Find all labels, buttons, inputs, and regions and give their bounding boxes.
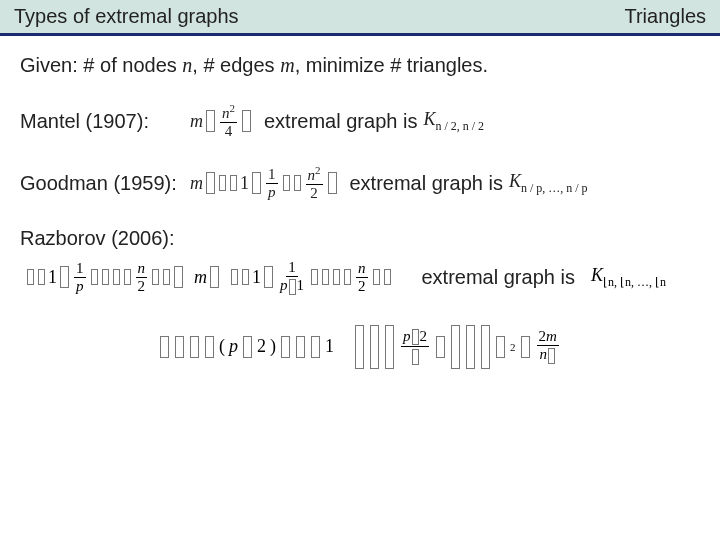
placeholder-icon	[242, 110, 251, 132]
lower-formulas: (p 2) 1 p2 2 2m n	[20, 325, 700, 369]
placeholder-icon	[412, 329, 419, 345]
mantel-K-letter: K	[423, 109, 435, 129]
razborov-lhs: 1 1 p n 2	[26, 261, 184, 294]
raz-m: m	[194, 267, 207, 288]
raz-f1n: 1	[74, 261, 86, 278]
goodman-K: Kn / p, …, n / p	[509, 171, 588, 196]
placeholder-icon	[175, 336, 184, 358]
goodman-n: n	[308, 167, 316, 183]
mantel-n: n	[222, 105, 230, 121]
raz-two1: 2	[136, 278, 148, 294]
given-suffix: , minimize # triangles.	[295, 54, 488, 76]
placeholder-icon	[160, 336, 169, 358]
placeholder-icon	[242, 269, 249, 285]
mantel-frac: n2 4	[220, 103, 237, 139]
placeholder-icon	[152, 269, 159, 285]
placeholder-icon	[91, 269, 98, 285]
goodman-den: 2	[308, 185, 320, 201]
placeholder-icon	[113, 269, 120, 285]
placeholder-icon	[27, 269, 34, 285]
given-m: m	[280, 54, 294, 76]
placeholder-icon	[296, 336, 305, 358]
placeholder-icon	[190, 336, 199, 358]
placeholder-icon	[451, 325, 460, 369]
low-p2: p	[403, 328, 411, 344]
low-p: p	[229, 336, 238, 357]
razborov-K: K⌊n, ⌊n, …, ⌊n	[591, 265, 666, 290]
placeholder-icon	[124, 269, 131, 285]
placeholder-icon	[38, 269, 45, 285]
given-statement: Given: # of nodes n, # edges m, minimize…	[20, 54, 700, 77]
low-two1: 2	[257, 336, 266, 357]
placeholder-icon	[344, 269, 351, 285]
razborov-extremal: extremal graph is	[422, 266, 575, 289]
placeholder-icon	[328, 172, 337, 194]
goodman-K-sub: n / p, …, n / p	[521, 180, 588, 194]
goodman-extremal: extremal graph is	[350, 172, 503, 195]
low-2m-2: 2	[539, 328, 547, 344]
placeholder-icon	[322, 269, 329, 285]
placeholder-icon	[60, 266, 69, 288]
raz-n1: n	[136, 261, 148, 278]
placeholder-icon	[496, 336, 505, 358]
mantel-m: m	[190, 111, 203, 132]
given-mid1: , # edges	[192, 54, 280, 76]
mantel-den: 4	[223, 123, 235, 139]
placeholder-icon	[210, 266, 219, 288]
placeholder-icon	[283, 175, 290, 191]
goodman-1p-den: p	[266, 184, 278, 200]
low-frac2: 2m n	[537, 329, 559, 364]
placeholder-icon	[264, 266, 273, 288]
mantel-row: Mantel (1907): m n2 4 extremal graph is …	[20, 103, 700, 139]
raz-frac2: 1 p1	[278, 260, 306, 295]
goodman-one: 1	[240, 173, 249, 194]
header-right: Triangles	[624, 5, 706, 28]
goodman-1p-num: 1	[266, 167, 278, 184]
mantel-label: Mantel (1907):	[20, 110, 190, 133]
placeholder-icon	[355, 325, 364, 369]
goodman-frac2: n2 2	[306, 165, 323, 201]
placeholder-icon	[466, 325, 475, 369]
placeholder-icon	[481, 325, 490, 369]
raz-f2n: 1	[286, 260, 298, 277]
razborov-label: Razborov (2006):	[20, 227, 190, 250]
raz-frac1: 1 p	[74, 261, 86, 294]
raz-one2: 1	[252, 267, 261, 288]
goodman-m: m	[190, 173, 203, 194]
low-frac1: p2	[401, 329, 429, 365]
goodman-K-letter: K	[509, 171, 521, 191]
goodman-row: Goodman (1959): m 1 1 p n2 2 extremal gr…	[20, 165, 700, 201]
razborov-mid: m	[194, 266, 220, 288]
razborov-formula-row: 1 1 p n 2 m 1	[26, 260, 700, 295]
low-two2: 2	[420, 328, 428, 344]
placeholder-icon	[311, 336, 320, 358]
mantel-extremal: extremal graph is	[264, 110, 417, 133]
goodman-formula: m 1 1 p n2 2	[190, 165, 338, 201]
header-left: Types of extremal graphs	[14, 5, 239, 28]
placeholder-icon	[370, 325, 379, 369]
slide-header: Types of extremal graphs Triangles	[0, 0, 720, 36]
given-n: n	[182, 54, 192, 76]
raz-n2: n	[356, 261, 368, 278]
razborov-label-row: Razborov (2006):	[20, 227, 700, 250]
placeholder-icon	[281, 336, 290, 358]
raz-two2: 2	[356, 278, 368, 294]
raz-K-letter: K	[591, 265, 603, 285]
raz-K-sub: ⌊n, ⌊n, …, ⌊n	[603, 275, 666, 289]
low-one1: 1	[325, 336, 334, 357]
placeholder-icon	[436, 336, 445, 358]
mantel-K-sub: n / 2, n / 2	[435, 118, 484, 132]
raz-binom1: n 2	[136, 261, 148, 294]
goodman-sq: 2	[315, 164, 321, 176]
placeholder-icon	[521, 336, 530, 358]
raz-binom2: n 2	[356, 261, 368, 294]
razborov-rhs: 1 1 p1 n 2	[230, 260, 392, 295]
placeholder-icon	[219, 175, 226, 191]
lower-right: p2 2 2m n	[354, 325, 561, 369]
placeholder-icon	[333, 269, 340, 285]
placeholder-icon	[384, 269, 391, 285]
low-m: m	[546, 328, 557, 344]
lower-left: (p 2) 1	[159, 336, 334, 358]
placeholder-icon	[548, 348, 555, 364]
placeholder-icon	[102, 269, 109, 285]
